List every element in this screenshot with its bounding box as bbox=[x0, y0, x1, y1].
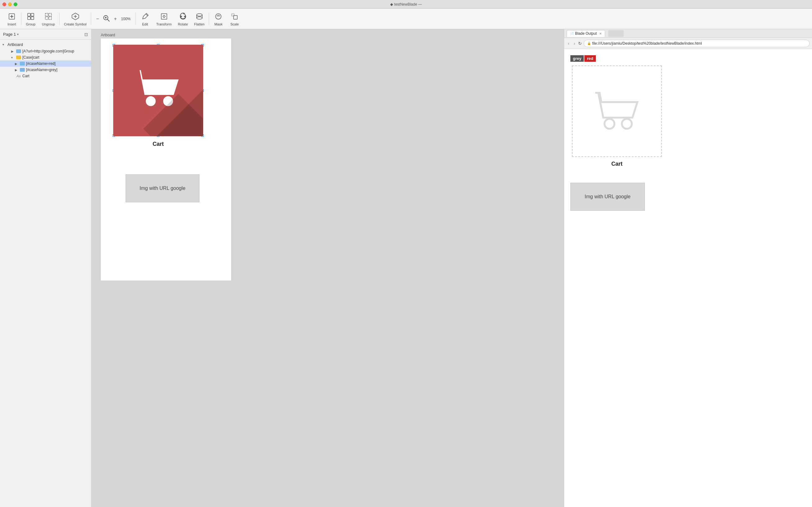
layer-label: Cart bbox=[22, 74, 29, 78]
main-area: Page 1 ▾ ⊡ ▾ Artboard ▶ [A?url=http://go… bbox=[0, 29, 812, 507]
mask-button[interactable]: Mask bbox=[210, 10, 227, 28]
browser-tab-icon: 📄 bbox=[570, 32, 574, 35]
layer-label: [#caseName=grey] bbox=[26, 68, 57, 72]
insert-button[interactable]: Insert bbox=[4, 10, 20, 28]
browser-img-google: Img with URL google bbox=[570, 183, 645, 211]
group-label: Group bbox=[26, 22, 36, 26]
browser-refresh-button[interactable]: ↻ bbox=[578, 41, 582, 46]
ungroup-icon bbox=[44, 11, 53, 21]
folder-yellow-icon bbox=[16, 56, 21, 59]
browser-tab[interactable]: 📄 Blade Output ✕ bbox=[567, 30, 605, 37]
svg-marker-21 bbox=[184, 15, 186, 18]
layer-expand-icon: ▶ bbox=[15, 68, 19, 72]
svg-rect-7 bbox=[45, 13, 48, 16]
minimize-button[interactable] bbox=[8, 2, 12, 6]
group-button[interactable]: Group bbox=[23, 10, 39, 28]
zoom-controls: − + 100% bbox=[92, 14, 134, 24]
cart-label-text: Cart bbox=[152, 141, 164, 147]
group-icon bbox=[26, 11, 36, 21]
svg-point-22 bbox=[197, 14, 202, 16]
scale-button[interactable]: Scale bbox=[227, 10, 243, 28]
svg-point-32 bbox=[605, 119, 614, 129]
maximize-button[interactable] bbox=[14, 2, 17, 6]
toolbar-sep-5 bbox=[209, 13, 209, 25]
ungroup-button[interactable]: Ungroup bbox=[39, 10, 58, 28]
browser-panel: 📄 Blade Output ✕ ‹ › ↻ 🔒 file:///Users/j… bbox=[564, 29, 812, 507]
flatten-button[interactable]: Flatten bbox=[191, 10, 208, 28]
browser-cart-container bbox=[572, 65, 662, 157]
transform-button[interactable]: Transform bbox=[153, 10, 175, 28]
create-symbol-label: Create Symbol bbox=[64, 22, 86, 26]
page-name: Page 1 bbox=[3, 32, 16, 37]
rotate-label: Rotate bbox=[178, 22, 188, 26]
address-bar[interactable]: 🔒 file:///Users/jiamiu/Desktop/test%20bl… bbox=[584, 40, 810, 47]
browser-toolbar: ‹ › ↻ 🔒 file:///Users/jiamiu/Desktop/tes… bbox=[564, 38, 812, 49]
cart-design[interactable] bbox=[113, 45, 203, 136]
layer-expand-icon: ▶ bbox=[15, 62, 19, 65]
layer-item-cart-text[interactable]: ▶ Aa Cart bbox=[0, 73, 91, 79]
browser-forward-button[interactable]: › bbox=[573, 40, 577, 47]
scale-icon bbox=[230, 11, 239, 21]
svg-point-30 bbox=[146, 96, 156, 106]
cart-title: Cart bbox=[113, 141, 203, 148]
transform-label: Transform bbox=[156, 22, 172, 26]
cart-background bbox=[113, 45, 203, 136]
toolbar: Insert Group Ungroup bbox=[0, 9, 812, 29]
layer-item-case-grey[interactable]: ▶ [#caseName=grey] bbox=[0, 67, 91, 73]
layer-item-group[interactable]: ▶ [A?url=http://google.com]Group bbox=[0, 48, 91, 54]
browser-back-button[interactable]: ‹ bbox=[567, 40, 571, 47]
zoom-value: 100% bbox=[120, 17, 132, 21]
svg-point-33 bbox=[622, 119, 632, 129]
toolbar-sep-1 bbox=[21, 13, 21, 25]
zoom-minus-button[interactable]: − bbox=[95, 15, 100, 22]
rotate-icon bbox=[178, 11, 188, 21]
browser-tab-close-icon[interactable]: ✕ bbox=[599, 32, 602, 35]
layer-label: [#caseName=red] bbox=[26, 61, 56, 66]
svg-point-31 bbox=[163, 96, 173, 106]
browser-tab-title: Blade Output bbox=[575, 31, 597, 36]
layer-label: [Case]cart bbox=[22, 55, 40, 60]
artboard-section-header[interactable]: ▾ Artboard bbox=[0, 41, 91, 48]
flatten-label: Flatten bbox=[194, 22, 205, 26]
svg-rect-9 bbox=[45, 17, 48, 19]
app-icon: ◆ bbox=[390, 2, 393, 6]
browser-cart-label: Cart bbox=[611, 161, 623, 167]
badge-grey: grey bbox=[570, 55, 584, 62]
browser-img-google-text: Img with URL google bbox=[585, 194, 631, 200]
traffic-lights bbox=[2, 2, 17, 6]
img-google-box: Img with URL google bbox=[126, 174, 199, 202]
badge-row: grey red bbox=[570, 55, 806, 62]
page-selector[interactable]: Page 1 ▾ ⊡ bbox=[0, 29, 91, 40]
edit-button[interactable]: Edit bbox=[137, 10, 153, 28]
toolbar-sep-2 bbox=[59, 13, 60, 25]
svg-rect-4 bbox=[31, 13, 34, 16]
transform-icon bbox=[159, 11, 169, 21]
zoom-icon bbox=[102, 14, 111, 24]
window-title: ◆ testNewBlade — bbox=[390, 2, 422, 6]
layer-item-case-cart[interactable]: ▾ [Case]cart bbox=[0, 54, 91, 60]
scale-label: Scale bbox=[231, 22, 239, 26]
layer-label: [A?url=http://google.com]Group bbox=[22, 49, 74, 53]
svg-rect-19 bbox=[161, 14, 167, 19]
page-chevron-icon: ▾ bbox=[17, 33, 19, 36]
canvas-area[interactable]: Artboard bbox=[91, 29, 564, 507]
browser-cart-icon bbox=[586, 80, 648, 143]
svg-rect-8 bbox=[49, 13, 52, 16]
new-tab-area[interactable] bbox=[608, 30, 624, 37]
layers-panel: ▾ Artboard ▶ [A?url=http://google.com]Gr… bbox=[0, 40, 91, 507]
create-symbol-icon bbox=[70, 11, 80, 21]
close-button[interactable] bbox=[2, 2, 6, 6]
svg-rect-6 bbox=[31, 17, 34, 19]
edit-icon bbox=[140, 11, 150, 21]
layer-item-case-red[interactable]: ▶ [#caseName=red] bbox=[0, 60, 91, 67]
zoom-plus-button[interactable]: + bbox=[113, 15, 118, 22]
folder-icon bbox=[20, 68, 25, 72]
artboard: Cart Img with URL google bbox=[101, 39, 231, 281]
create-symbol-button[interactable]: Create Symbol bbox=[61, 10, 89, 28]
text-layer-icon: Aa bbox=[16, 74, 21, 78]
flatten-icon bbox=[194, 11, 204, 21]
artboard-label: Artboard bbox=[101, 33, 115, 37]
rotate-button[interactable]: Rotate bbox=[175, 10, 191, 28]
svg-rect-3 bbox=[27, 13, 30, 16]
toolbar-sep-3 bbox=[91, 13, 91, 25]
